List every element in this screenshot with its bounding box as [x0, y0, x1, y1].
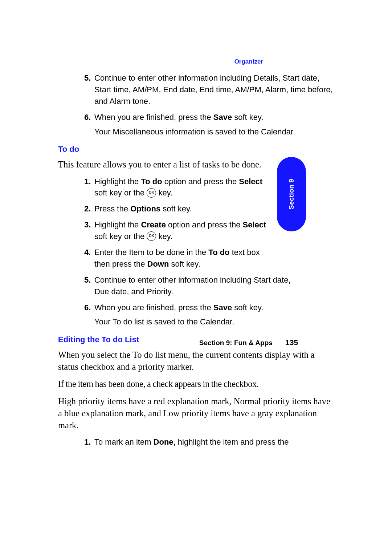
bold-text: To do — [141, 177, 162, 186]
page-content: Organizer 5. Continue to enter other inf… — [0, 0, 392, 474]
editing-para2: If the item has been done, a check appea… — [58, 378, 334, 390]
editing-para1: When you select the To do list menu, the… — [58, 349, 334, 373]
step-text: Highlight the Create option and press th… — [94, 219, 274, 242]
page-footer: Section 9: Fun & Apps 135 — [0, 338, 392, 347]
list-item: 5. Continue to enter other information i… — [84, 274, 334, 298]
step-text: Enter the Item to be done in the To do t… — [94, 247, 274, 270]
continuation-steps: 5. Continue to enter other information i… — [84, 72, 334, 137]
step-text: When you are finished, press the Save so… — [94, 302, 298, 328]
list-item: 6. When you are finished, press the Save… — [84, 112, 334, 138]
step-number: 4. — [84, 247, 94, 270]
step-number: 6. — [84, 112, 94, 138]
text-segment: soft key. — [160, 204, 192, 213]
text-segment: When you are finished, press the — [94, 113, 213, 122]
step-text: Continue to enter other information incl… — [94, 72, 334, 107]
text-segment: soft key or the — [94, 232, 147, 241]
list-item: 4. Enter the Item to be done in the To d… — [84, 247, 334, 270]
text-segment: Press the — [94, 204, 130, 213]
step-number: 1. — [84, 436, 94, 448]
step-text: Press the Options soft key. — [94, 203, 274, 215]
step-number: 5. — [84, 274, 94, 298]
bold-text: Done — [154, 437, 173, 446]
step-text: To mark an item Done, highlight the item… — [94, 436, 334, 448]
list-item: 1. To mark an item Done, highlight the i… — [84, 436, 334, 448]
bold-text: Down — [147, 259, 169, 268]
bold-text: Save — [213, 113, 232, 122]
text-segment: Highlight the — [94, 177, 141, 186]
bold-text: Create — [141, 220, 166, 229]
text-segment: key. — [156, 232, 172, 241]
step-number: 3. — [84, 219, 94, 242]
step-subtext: Your To do list is saved to the Calendar… — [94, 316, 298, 328]
bold-text: Save — [213, 303, 232, 312]
step-subtext: Your Miscellaneous information is saved … — [94, 126, 334, 138]
text-segment: option and press the — [162, 177, 239, 186]
ok-key-icon: OK — [147, 231, 156, 241]
text-segment: When you are finished, press the — [94, 303, 213, 312]
bold-text: Select — [243, 220, 266, 229]
ok-key-icon: OK — [147, 188, 156, 198]
section-tab-label: Section 9 — [288, 179, 295, 210]
text-segment: key. — [156, 188, 172, 197]
text-segment: To mark an item — [94, 437, 154, 446]
editing-steps: 1. To mark an item Done, highlight the i… — [84, 436, 334, 448]
step-number: 6. — [84, 302, 94, 328]
list-item: 5. Continue to enter other information i… — [84, 72, 334, 107]
text-segment: Highlight the — [94, 220, 141, 229]
text-segment: option and press the — [166, 220, 243, 229]
text-segment: soft key. — [232, 303, 263, 312]
text-segment: soft key. — [169, 259, 200, 268]
step-text: Continue to enter other information incl… — [94, 274, 298, 298]
step-text: Highlight the To do option and press the… — [94, 176, 274, 199]
bold-text: Options — [130, 204, 160, 213]
bold-text: To do — [208, 248, 229, 257]
header-section-label: Organizer — [234, 58, 263, 65]
text-segment: soft key. — [232, 113, 263, 122]
todo-heading: To do — [58, 145, 334, 154]
text-segment: soft key or the — [94, 188, 147, 197]
section-tab: Section 9 — [277, 157, 306, 231]
step-number: 5. — [84, 72, 94, 107]
bold-text: Select — [239, 177, 262, 186]
step-number: 1. — [84, 176, 94, 199]
footer-section: Section 9: Fun & Apps — [199, 339, 273, 347]
text-segment: Enter the Item to be done in the — [94, 248, 208, 257]
step-text: When you are finished, press the Save so… — [94, 112, 334, 138]
step-number: 2. — [84, 203, 94, 215]
text-segment: , highlight the item and press the — [173, 437, 289, 446]
footer-page-number: 135 — [285, 338, 298, 347]
editing-para3: High priority items have a red explanati… — [58, 395, 334, 431]
list-item: 6. When you are finished, press the Save… — [84, 302, 334, 328]
